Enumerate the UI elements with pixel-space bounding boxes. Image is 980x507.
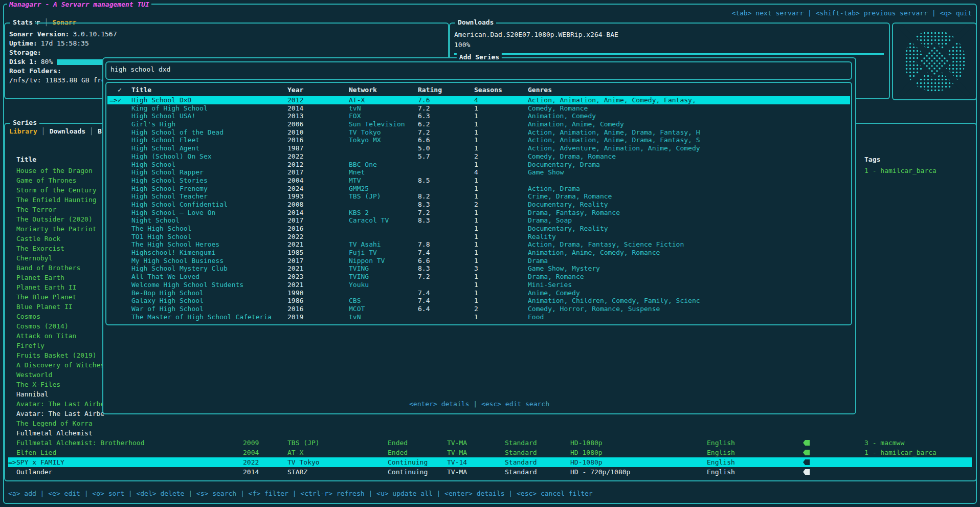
add-series-result-row[interactable]: The Master of High School Cafeteria2019t… [107,313,850,321]
series-panel-title: Series [10,118,39,127]
add-series-result-row[interactable]: High School – Love On2014KBS 27.21Drama,… [107,209,850,217]
add-series-result-row[interactable]: High (School) On Sex20225.72Comedy, Dram… [107,152,850,161]
add-series-result-row[interactable]: Be-Bop High School19907.41Anime, Comedy [107,289,850,297]
cell-quality: HD-1080p [570,448,603,457]
cell-title: All That We Loved [131,273,199,281]
add-series-result-row[interactable]: High School USA!2013FOX6.31Animation, Co… [107,112,850,120]
cell-year: 2009 [243,438,259,448]
logo-panel [892,23,977,100]
cell-year: 2024 [287,185,303,193]
cell-title: The High School [131,225,191,233]
add-series-result-row[interactable]: High School of the Dead2010TV Tokyo7.21A… [107,128,850,137]
add-series-result-row[interactable]: High School Frenemy2024GMM251Action, Dra… [107,185,850,193]
cell-seasons: 1 [474,104,478,113]
add-series-popup-title: Add Series [457,53,502,62]
cell-quality: HD-1080p [570,457,603,467]
cell-title: The Master of High School Cafeteria [131,313,272,321]
series-search-input[interactable]: high school dxd [105,61,852,80]
cell-rating: 5.7 [418,152,430,161]
add-series-result-row[interactable]: Galaxy High School1986CBS7.41Animation, … [107,297,850,305]
cell-rating: 6.6 [418,257,430,265]
cell-quality: HD - 720p/1080p [570,467,630,477]
cell-network: Mnet [349,168,365,177]
series-row[interactable]: Fullmetal Alchemist: Brotherhood2009TBS … [8,438,972,448]
add-series-result-row[interactable]: The High School Heroes2021TV Asahi7.81Ac… [107,240,850,249]
cell-seasons: 1 [474,177,478,185]
cell-network: MTV [349,177,361,185]
add-series-result-row[interactable]: High School Agent19875.01Action, Adventu… [107,144,850,152]
cell-genres: Documentary, Reality [528,225,847,233]
series-row[interactable]: =>SPY x FAMILY2022TV TokyoContinuingTV-1… [8,457,972,467]
cell-profile: Standard [505,457,537,467]
cell-rating: 6.6 [418,136,430,144]
add-series-result-row[interactable]: High School Mystery Club2021TVING8.33Gam… [107,264,850,273]
cell-network: TBS (JP) [349,192,381,201]
main-tabs: Radarr│Sonarr [8,9,76,18]
cell-marker: => [8,457,16,467]
cell-year: 2017 [287,168,303,177]
cell-rating: 7.2 [418,209,430,217]
add-series-result-row[interactable]: Night School2017Caracol TV8.31Drama, Soa… [107,216,850,225]
cell-title: The Enfield Haunting [16,195,97,205]
add-series-result-row[interactable]: =>✓High School D×D2012AT-X7.64Action, An… [107,96,850,104]
cell-title: High School of the Dead [131,128,224,137]
cell-title: Girl's High [131,120,175,128]
cell-title: The Blue Planet [16,292,76,302]
download-percent: 100% [454,41,470,49]
download-item-name: American.Dad.S20E07.1080p.WEBRip.x264-BA… [454,31,618,38]
tag-icon [803,469,810,475]
cell-status: Ended [388,448,408,457]
cell-seasons: 2 [474,201,478,209]
cell-language: English [707,438,735,448]
version-value: 3.0.10.1567 [73,30,117,38]
cell-network: TV Asahi [349,240,381,249]
cell-title: Cosmos (2014) [16,321,69,331]
cell-seasons: 2 [474,152,478,161]
cell-title: The Outsider (2020) [16,214,93,224]
add-series-result-row[interactable]: High School Confidential20088.32Document… [107,201,850,209]
add-series-result-row[interactable]: High School Fleet2016Tokyo MX6.61Action,… [107,136,850,144]
add-series-result-row[interactable]: My High School Business2017Nippon TV6.61… [107,257,850,265]
app-title: Managarr - A Servarr management TUI [7,0,151,9]
cell-seasons: 1 [474,144,478,152]
add-series-result-row[interactable]: Highschool! Kimengumi1985Fuji TV7.41Anim… [107,249,850,257]
stats-storage-line: Storage: [9,48,41,57]
cell-genres: Crime, Drama, Romance [528,192,847,201]
add-series-result-row[interactable]: High School Teacher1993TBS (JP)8.21Crime… [107,192,850,201]
bottom-help: <a> add | <e> edit | <o> sort | <del> de… [8,489,593,498]
cell-rating: 7.6 [418,96,430,104]
add-series-result-row[interactable]: High School Rapper2017Mnet4Game Show [107,168,850,177]
cell-rating: 5.0 [418,144,430,152]
tab-library[interactable]: Library [9,127,37,135]
cell-genres: Documentary, Reality [528,201,847,209]
add-series-result-row[interactable]: All That We Loved2023TVING7.21Drama, Rom… [107,273,850,281]
cell-year: 1993 [287,192,303,201]
cell-year: 2019 [287,313,303,321]
series-row[interactable]: Elfen Lied2004AT-XEndedTV-MAStandardHD-1… [8,448,972,457]
tab-downloads[interactable]: Downloads [50,127,85,135]
add-series-result-row[interactable]: Girl's High2006Sun Television6.21Animati… [107,120,850,128]
managarr-logo [894,24,975,98]
add-series-result-row[interactable]: High School Stories2004MTV8.51 [107,177,850,185]
cell-title: Band of Brothers [16,263,80,273]
add-series-result-row[interactable]: The High School20161Documentary, Reality [107,225,850,233]
add-series-result-row[interactable]: High School2012BBC One1Documentary, Dram… [107,161,850,169]
series-row[interactable]: Outlander2014STARZContinuingTV-MAStandar… [8,467,972,477]
add-series-result-row[interactable]: Welcome High School Students2021Youku1Mi… [107,281,850,289]
series-row[interactable]: Fullmetal Alchemist [8,428,972,438]
add-series-result-row[interactable]: War of High School2016MCOT6.42Comedy, Ho… [107,305,850,313]
cell-network: tvN [349,313,361,321]
cell-title: High School Teacher [131,192,208,201]
stats-version-line: Sonarr Version:3.0.10.1567 [9,30,117,39]
add-series-result-row[interactable]: King of High School2014tvN7.21Comedy, Ro… [107,104,850,113]
tab-separator: │ [41,127,46,135]
cell-seasons: 1 [474,209,478,217]
series-row[interactable]: The Legend of Korra [8,418,972,428]
cell-rating: 7.4 [418,289,430,297]
cell-cert: TV-MA [447,448,467,457]
header-title: Title [131,85,151,95]
cell-year: 2013 [287,112,303,120]
header-year: Year [287,85,303,95]
cell-year: 2022 [287,152,303,161]
add-series-result-row[interactable]: TO1 High School20221Reality [107,233,850,241]
